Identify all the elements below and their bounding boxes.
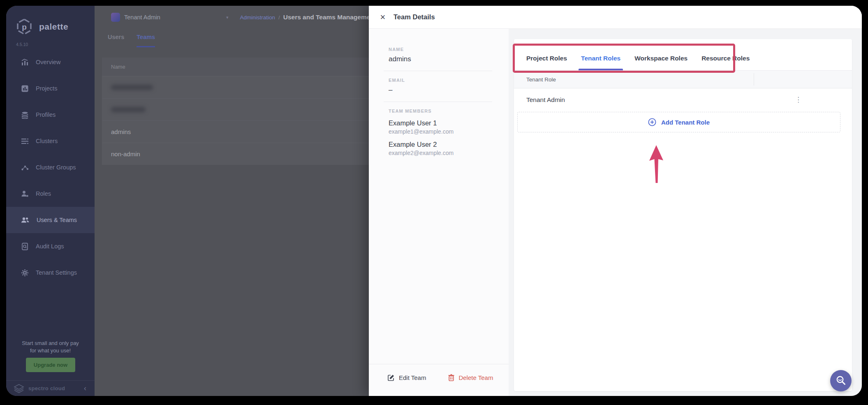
sidebar-item-clusters[interactable]: Clusters xyxy=(6,128,95,154)
project-scope-selector[interactable]: Tenant Admin ▾ xyxy=(111,13,228,22)
cluster-groups-icon xyxy=(21,164,29,171)
breadcrumb: Administration / Users and Teams Managem… xyxy=(240,14,376,21)
edit-team-label: Edit Team xyxy=(399,374,426,381)
column-header-tenant-role: Tenant Role xyxy=(514,76,556,83)
add-tenant-role-label: Add Tenant Role xyxy=(661,119,710,126)
projects-icon xyxy=(21,85,29,93)
promo-line: for what you use! xyxy=(6,347,95,354)
tab-tenant-roles[interactable]: Tenant Roles xyxy=(581,55,620,70)
roles-panel: Project Roles Tenant Roles Workspace Rol… xyxy=(514,39,852,391)
edit-team-button[interactable]: Edit Team xyxy=(388,374,426,381)
drawer-header: × Team Details xyxy=(369,6,862,29)
spectro-cloud-brand: spectro cloud xyxy=(28,385,80,391)
kebab-menu-icon[interactable]: ⋮ xyxy=(795,96,802,103)
delete-team-label: Delete Team xyxy=(458,374,493,381)
profiles-icon xyxy=(21,111,29,119)
search-smile-icon xyxy=(835,375,847,386)
app-version: 4.5.10 xyxy=(16,42,28,47)
name-value: admins xyxy=(389,55,492,63)
tenant-scope-icon xyxy=(111,13,120,22)
sidebar-item-label: Roles xyxy=(36,190,51,197)
member-name: Example User 2 xyxy=(389,141,492,148)
breadcrumb-section-link[interactable]: Administration xyxy=(240,14,275,21)
page-title: Users and Teams Management xyxy=(283,14,376,21)
tab-resource-roles[interactable]: Resource Roles xyxy=(701,55,750,70)
roles-icon xyxy=(21,190,29,198)
team-member-item: Example User 2 example2@example.com xyxy=(389,141,492,156)
email-value: – xyxy=(389,86,492,94)
redacted-text-blob xyxy=(111,107,146,112)
sidebar: p palette 4.5.10 Overview Projects Profi… xyxy=(6,6,95,396)
sidebar-item-label: Projects xyxy=(36,85,57,92)
sidebar-footer: spectro cloud ‹ xyxy=(6,380,95,396)
app-window: Tenant Admin ▾ Administration / Users an… xyxy=(6,6,862,396)
divider xyxy=(384,102,492,102)
spectro-cloud-logo-icon xyxy=(14,384,24,393)
annotation-arrow-icon xyxy=(648,145,666,183)
edit-pencil-icon xyxy=(388,374,395,381)
sidebar-item-users-teams[interactable]: Users & Teams xyxy=(6,207,95,233)
sidebar-item-label: Audit Logs xyxy=(36,243,64,250)
member-email: example2@example.com xyxy=(389,150,492,156)
team-members-label: TEAM MEMBERS xyxy=(389,109,492,113)
tab-users[interactable]: Users xyxy=(108,34,124,47)
users-teams-icon xyxy=(21,216,30,224)
delete-team-button[interactable]: Delete Team xyxy=(448,374,493,381)
email-label: EMAIL xyxy=(389,78,492,83)
tenant-role-table-header: Tenant Role xyxy=(514,71,852,88)
palette-logo-icon: p xyxy=(16,18,32,35)
tab-teams[interactable]: Teams xyxy=(137,34,155,47)
sidebar-item-label: Tenant Settings xyxy=(36,269,77,276)
drawer-title: Team Details xyxy=(393,13,435,21)
add-tenant-role-button[interactable]: Add Tenant Role xyxy=(517,112,840,132)
redacted-text-blob xyxy=(111,85,153,90)
upgrade-promo-text: Start small and only pay for what you us… xyxy=(6,340,95,354)
column-divider xyxy=(754,73,754,86)
close-icon[interactable]: × xyxy=(377,12,389,23)
sidebar-item-label: Profiles xyxy=(36,111,56,118)
member-email: example1@example.com xyxy=(389,128,492,135)
sidebar-item-roles[interactable]: Roles xyxy=(6,181,95,207)
app-name: palette xyxy=(39,22,68,32)
users-teams-tabs: Users Teams xyxy=(108,34,155,47)
tenant-role-name: Tenant Admin xyxy=(526,96,565,104)
sidebar-nav: Overview Projects Profiles Clusters Clus… xyxy=(6,49,95,286)
sidebar-item-tenant-settings[interactable]: Tenant Settings xyxy=(6,259,95,286)
breadcrumb-separator: / xyxy=(278,14,280,21)
help-search-fab[interactable] xyxy=(830,370,852,391)
team-member-item: Example User 1 example1@example.com xyxy=(389,119,492,135)
tab-project-roles[interactable]: Project Roles xyxy=(526,55,567,70)
promo-line: Start small and only pay xyxy=(6,340,95,347)
sidebar-item-audit-logs[interactable]: Audit Logs xyxy=(6,233,95,259)
upgrade-now-button[interactable]: Upgrade now xyxy=(26,358,75,372)
chevron-down-icon: ▾ xyxy=(226,15,229,20)
project-selector-label: Tenant Admin xyxy=(124,14,160,21)
team-actions-footer: Edit Team Delete Team xyxy=(369,364,509,391)
team-details-drawer: × Team Details NAME admins EMAIL – TEAM … xyxy=(369,6,862,396)
tab-workspace-roles[interactable]: Workspace Roles xyxy=(634,55,687,70)
plus-circle-icon xyxy=(648,118,656,126)
drawer-body: NAME admins EMAIL – TEAM MEMBERS Example… xyxy=(369,29,862,396)
sidebar-item-label: Cluster Groups xyxy=(36,164,76,171)
clusters-icon xyxy=(21,137,29,145)
app-logo: p palette xyxy=(16,18,68,35)
overview-icon xyxy=(21,58,29,66)
sidebar-item-overview[interactable]: Overview xyxy=(6,49,95,75)
role-tabs: Project Roles Tenant Roles Workspace Rol… xyxy=(514,39,852,71)
sidebar-item-label: Overview xyxy=(36,59,60,65)
svg-text:p: p xyxy=(22,23,27,31)
trash-icon xyxy=(448,374,454,381)
sidebar-item-profiles[interactable]: Profiles xyxy=(6,102,95,128)
audit-logs-icon xyxy=(21,243,29,250)
name-label: NAME xyxy=(389,47,492,52)
gear-icon xyxy=(21,269,29,277)
sidebar-item-projects[interactable]: Projects xyxy=(6,75,95,102)
sidebar-item-label: Clusters xyxy=(36,138,58,144)
member-name: Example User 1 xyxy=(389,119,492,127)
team-summary-panel: NAME admins EMAIL – TEAM MEMBERS Example… xyxy=(369,29,509,396)
divider xyxy=(384,71,492,71)
sidebar-item-cluster-groups[interactable]: Cluster Groups xyxy=(6,154,95,181)
collapse-sidebar-icon[interactable]: ‹ xyxy=(84,384,86,393)
sidebar-item-label: Users & Teams xyxy=(37,217,77,223)
tenant-role-row[interactable]: Tenant Admin ⋮ xyxy=(514,88,852,111)
